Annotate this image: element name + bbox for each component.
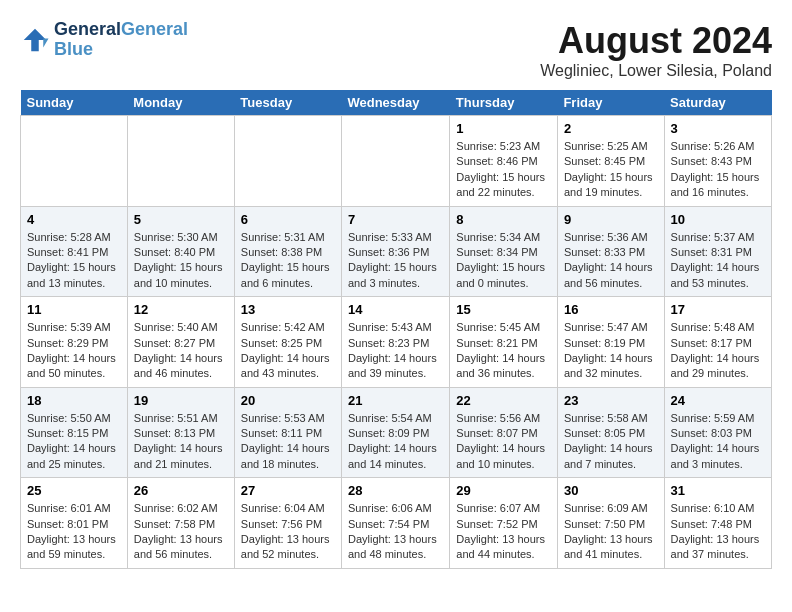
day-info: Sunrise: 5:51 AM Sunset: 8:13 PM Dayligh…	[134, 411, 228, 473]
calendar-cell	[127, 116, 234, 207]
calendar-week-4: 18Sunrise: 5:50 AM Sunset: 8:15 PM Dayli…	[21, 387, 772, 478]
day-number: 7	[348, 212, 443, 227]
day-info: Sunrise: 5:30 AM Sunset: 8:40 PM Dayligh…	[134, 230, 228, 292]
day-number: 13	[241, 302, 335, 317]
day-number: 27	[241, 483, 335, 498]
day-info: Sunrise: 5:34 AM Sunset: 8:34 PM Dayligh…	[456, 230, 551, 292]
day-info: Sunrise: 5:45 AM Sunset: 8:21 PM Dayligh…	[456, 320, 551, 382]
day-info: Sunrise: 5:50 AM Sunset: 8:15 PM Dayligh…	[27, 411, 121, 473]
day-number: 25	[27, 483, 121, 498]
header-wednesday: Wednesday	[341, 90, 449, 116]
calendar-cell: 27Sunrise: 6:04 AM Sunset: 7:56 PM Dayli…	[234, 478, 341, 569]
day-number: 30	[564, 483, 658, 498]
day-info: Sunrise: 6:07 AM Sunset: 7:52 PM Dayligh…	[456, 501, 551, 563]
day-info: Sunrise: 5:23 AM Sunset: 8:46 PM Dayligh…	[456, 139, 551, 201]
page-title: August 2024	[540, 20, 772, 62]
logo-icon	[20, 25, 50, 55]
calendar-cell: 11Sunrise: 5:39 AM Sunset: 8:29 PM Dayli…	[21, 297, 128, 388]
calendar-cell: 25Sunrise: 6:01 AM Sunset: 8:01 PM Dayli…	[21, 478, 128, 569]
day-info: Sunrise: 5:43 AM Sunset: 8:23 PM Dayligh…	[348, 320, 443, 382]
day-info: Sunrise: 5:39 AM Sunset: 8:29 PM Dayligh…	[27, 320, 121, 382]
calendar-cell: 16Sunrise: 5:47 AM Sunset: 8:19 PM Dayli…	[557, 297, 664, 388]
day-number: 23	[564, 393, 658, 408]
day-number: 10	[671, 212, 765, 227]
logo: GeneralGeneral Blue	[20, 20, 188, 60]
header-sunday: Sunday	[21, 90, 128, 116]
header-friday: Friday	[557, 90, 664, 116]
day-info: Sunrise: 5:42 AM Sunset: 8:25 PM Dayligh…	[241, 320, 335, 382]
day-info: Sunrise: 5:33 AM Sunset: 8:36 PM Dayligh…	[348, 230, 443, 292]
calendar-cell	[341, 116, 449, 207]
day-info: Sunrise: 5:59 AM Sunset: 8:03 PM Dayligh…	[671, 411, 765, 473]
logo-text: GeneralGeneral Blue	[54, 20, 188, 60]
day-number: 4	[27, 212, 121, 227]
day-number: 26	[134, 483, 228, 498]
calendar-cell	[21, 116, 128, 207]
day-number: 6	[241, 212, 335, 227]
day-number: 24	[671, 393, 765, 408]
day-number: 2	[564, 121, 658, 136]
calendar-table: SundayMondayTuesdayWednesdayThursdayFrid…	[20, 90, 772, 569]
calendar-week-5: 25Sunrise: 6:01 AM Sunset: 8:01 PM Dayli…	[21, 478, 772, 569]
day-number: 29	[456, 483, 551, 498]
calendar-cell: 4Sunrise: 5:28 AM Sunset: 8:41 PM Daylig…	[21, 206, 128, 297]
calendar-week-2: 4Sunrise: 5:28 AM Sunset: 8:41 PM Daylig…	[21, 206, 772, 297]
day-info: Sunrise: 6:06 AM Sunset: 7:54 PM Dayligh…	[348, 501, 443, 563]
calendar-cell: 21Sunrise: 5:54 AM Sunset: 8:09 PM Dayli…	[341, 387, 449, 478]
day-number: 20	[241, 393, 335, 408]
calendar-cell: 30Sunrise: 6:09 AM Sunset: 7:50 PM Dayli…	[557, 478, 664, 569]
calendar-cell: 15Sunrise: 5:45 AM Sunset: 8:21 PM Dayli…	[450, 297, 558, 388]
day-number: 16	[564, 302, 658, 317]
header-tuesday: Tuesday	[234, 90, 341, 116]
day-info: Sunrise: 5:37 AM Sunset: 8:31 PM Dayligh…	[671, 230, 765, 292]
day-number: 17	[671, 302, 765, 317]
day-number: 21	[348, 393, 443, 408]
page-header: GeneralGeneral Blue August 2024 Weglinie…	[20, 20, 772, 80]
calendar-cell: 14Sunrise: 5:43 AM Sunset: 8:23 PM Dayli…	[341, 297, 449, 388]
calendar-cell: 31Sunrise: 6:10 AM Sunset: 7:48 PM Dayli…	[664, 478, 771, 569]
calendar-cell: 23Sunrise: 5:58 AM Sunset: 8:05 PM Dayli…	[557, 387, 664, 478]
svg-marker-0	[24, 29, 47, 52]
day-number: 14	[348, 302, 443, 317]
calendar-cell: 7Sunrise: 5:33 AM Sunset: 8:36 PM Daylig…	[341, 206, 449, 297]
day-info: Sunrise: 5:56 AM Sunset: 8:07 PM Dayligh…	[456, 411, 551, 473]
calendar-cell: 10Sunrise: 5:37 AM Sunset: 8:31 PM Dayli…	[664, 206, 771, 297]
header-monday: Monday	[127, 90, 234, 116]
calendar-cell: 8Sunrise: 5:34 AM Sunset: 8:34 PM Daylig…	[450, 206, 558, 297]
header-thursday: Thursday	[450, 90, 558, 116]
page-subtitle: Wegliniec, Lower Silesia, Poland	[540, 62, 772, 80]
calendar-cell: 5Sunrise: 5:30 AM Sunset: 8:40 PM Daylig…	[127, 206, 234, 297]
day-info: Sunrise: 5:26 AM Sunset: 8:43 PM Dayligh…	[671, 139, 765, 201]
calendar-cell: 9Sunrise: 5:36 AM Sunset: 8:33 PM Daylig…	[557, 206, 664, 297]
day-info: Sunrise: 5:28 AM Sunset: 8:41 PM Dayligh…	[27, 230, 121, 292]
calendar-cell: 26Sunrise: 6:02 AM Sunset: 7:58 PM Dayli…	[127, 478, 234, 569]
calendar-week-1: 1Sunrise: 5:23 AM Sunset: 8:46 PM Daylig…	[21, 116, 772, 207]
calendar-cell: 22Sunrise: 5:56 AM Sunset: 8:07 PM Dayli…	[450, 387, 558, 478]
calendar-cell: 6Sunrise: 5:31 AM Sunset: 8:38 PM Daylig…	[234, 206, 341, 297]
calendar-cell: 3Sunrise: 5:26 AM Sunset: 8:43 PM Daylig…	[664, 116, 771, 207]
day-number: 31	[671, 483, 765, 498]
day-info: Sunrise: 5:58 AM Sunset: 8:05 PM Dayligh…	[564, 411, 658, 473]
day-number: 28	[348, 483, 443, 498]
calendar-week-3: 11Sunrise: 5:39 AM Sunset: 8:29 PM Dayli…	[21, 297, 772, 388]
calendar-cell: 13Sunrise: 5:42 AM Sunset: 8:25 PM Dayli…	[234, 297, 341, 388]
day-info: Sunrise: 5:53 AM Sunset: 8:11 PM Dayligh…	[241, 411, 335, 473]
day-number: 3	[671, 121, 765, 136]
day-info: Sunrise: 5:54 AM Sunset: 8:09 PM Dayligh…	[348, 411, 443, 473]
calendar-cell: 18Sunrise: 5:50 AM Sunset: 8:15 PM Dayli…	[21, 387, 128, 478]
calendar-cell: 19Sunrise: 5:51 AM Sunset: 8:13 PM Dayli…	[127, 387, 234, 478]
day-number: 12	[134, 302, 228, 317]
day-number: 9	[564, 212, 658, 227]
calendar-cell: 24Sunrise: 5:59 AM Sunset: 8:03 PM Dayli…	[664, 387, 771, 478]
day-info: Sunrise: 5:25 AM Sunset: 8:45 PM Dayligh…	[564, 139, 658, 201]
calendar-cell	[234, 116, 341, 207]
day-info: Sunrise: 5:40 AM Sunset: 8:27 PM Dayligh…	[134, 320, 228, 382]
day-info: Sunrise: 5:47 AM Sunset: 8:19 PM Dayligh…	[564, 320, 658, 382]
calendar-cell: 20Sunrise: 5:53 AM Sunset: 8:11 PM Dayli…	[234, 387, 341, 478]
day-info: Sunrise: 6:09 AM Sunset: 7:50 PM Dayligh…	[564, 501, 658, 563]
calendar-cell: 28Sunrise: 6:06 AM Sunset: 7:54 PM Dayli…	[341, 478, 449, 569]
day-number: 1	[456, 121, 551, 136]
day-number: 11	[27, 302, 121, 317]
day-number: 5	[134, 212, 228, 227]
calendar-cell: 29Sunrise: 6:07 AM Sunset: 7:52 PM Dayli…	[450, 478, 558, 569]
